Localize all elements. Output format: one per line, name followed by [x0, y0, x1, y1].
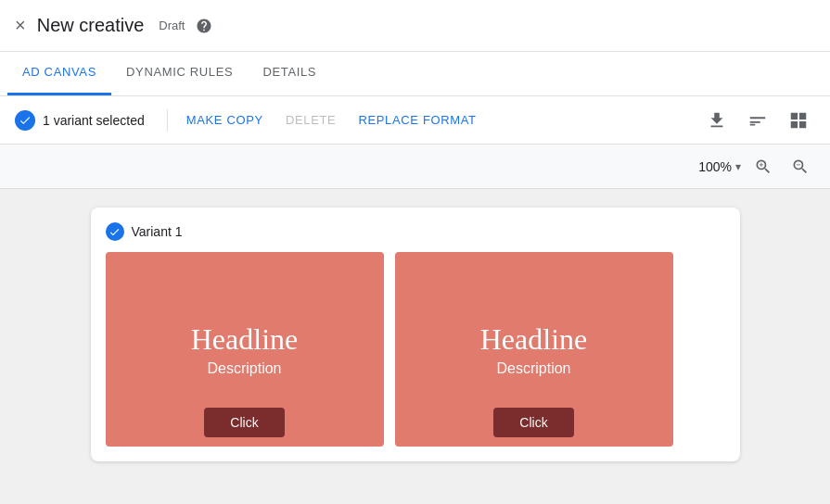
top-bar: × New creative Draft	[0, 0, 830, 52]
ad2-description: Description	[496, 360, 570, 377]
selected-count-label: 1 variant selected	[43, 113, 145, 128]
make-copy-button[interactable]: MAKE COPY	[175, 104, 275, 137]
tab-ad-canvas[interactable]: AD CANVAS	[7, 51, 111, 95]
action-bar-right	[700, 104, 815, 137]
tab-nav: AD CANVAS DYNAMIC RULES DETAILS	[0, 52, 830, 96]
ad2-cta-button[interactable]: Click	[493, 408, 573, 437]
help-icon[interactable]	[196, 18, 212, 34]
close-icon[interactable]: ×	[15, 15, 26, 36]
ad2-headline: Headline	[480, 322, 588, 357]
zoom-bar: 100% ▾	[0, 145, 830, 189]
zoom-control[interactable]: 100% ▾	[698, 159, 741, 174]
view-grid-icon[interactable]	[782, 104, 815, 137]
zoom-arrow-icon: ▾	[735, 160, 741, 173]
ad1-cta-button[interactable]: Click	[204, 408, 284, 437]
divider	[167, 109, 168, 132]
ad-preview-2[interactable]: Headline Description Click	[395, 252, 673, 447]
variant-card: Variant 1 Headline Description Click Hea…	[91, 208, 740, 461]
zoom-out-icon[interactable]	[785, 152, 815, 182]
variant-header: Variant 1	[106, 222, 725, 241]
tab-details[interactable]: DETAILS	[248, 51, 331, 95]
page-title: New creative	[37, 15, 145, 36]
ad1-headline: Headline	[191, 322, 299, 357]
filter-icon[interactable]	[741, 104, 774, 137]
canvas-area: Variant 1 Headline Description Click Hea…	[0, 189, 830, 504]
variant-selected: 1 variant selected	[15, 110, 160, 131]
variant-label: Variant 1	[132, 224, 183, 239]
delete-button[interactable]: DELETE	[275, 104, 347, 137]
draft-badge: Draft	[159, 19, 185, 32]
upload-icon[interactable]	[700, 104, 734, 137]
tab-dynamic-rules[interactable]: DYNAMIC RULES	[111, 51, 248, 95]
ad-preview-1[interactable]: Headline Description Click	[106, 252, 384, 447]
zoom-in-icon[interactable]	[748, 152, 778, 182]
ad-previews: Headline Description Click Headline Desc…	[106, 252, 725, 447]
check-circle-icon	[15, 110, 35, 131]
action-bar: 1 variant selected MAKE COPY DELETE REPL…	[0, 96, 830, 145]
ad1-description: Description	[207, 360, 281, 377]
variant-check-icon	[106, 222, 124, 241]
replace-format-button[interactable]: REPLACE FORMAT	[347, 104, 487, 137]
zoom-level: 100%	[698, 159, 732, 174]
